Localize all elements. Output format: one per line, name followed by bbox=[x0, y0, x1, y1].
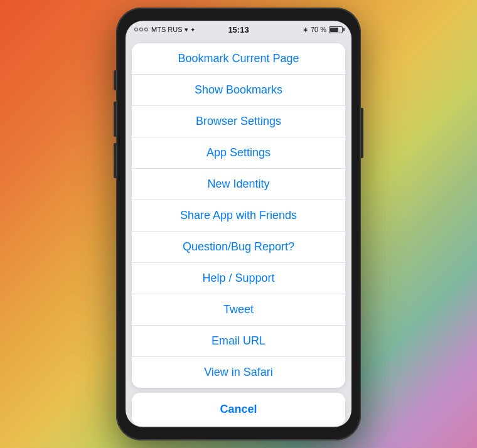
signal-dot-2 bbox=[139, 28, 143, 31]
menu-item-new-identity[interactable]: New Identity bbox=[132, 169, 345, 200]
signal-dot-3 bbox=[144, 28, 148, 31]
phone-frame: MTS RUS ▾ ✦ 15:13 ∗ 70 % Bookmark Curren… bbox=[116, 8, 361, 440]
battery-icon bbox=[329, 26, 343, 33]
menu-item-question-bug[interactable]: Question/Bug Report? bbox=[132, 232, 345, 263]
status-left: MTS RUS ▾ ✦ bbox=[134, 26, 195, 34]
menu-item-tweet[interactable]: Tweet bbox=[132, 294, 345, 326]
menu-item-email-url[interactable]: Email URL bbox=[132, 326, 345, 357]
menu-item-app-settings[interactable]: App Settings bbox=[132, 137, 345, 169]
wifi-icon: ▾ bbox=[185, 26, 188, 34]
gps-icon: ✦ bbox=[190, 26, 195, 33]
phone-screen: MTS RUS ▾ ✦ 15:13 ∗ 70 % Bookmark Curren… bbox=[126, 21, 351, 427]
menu-item-help-support[interactable]: Help / Support bbox=[132, 263, 345, 294]
mute-button bbox=[114, 70, 116, 90]
menu-item-share-app[interactable]: Share App with Friends bbox=[132, 200, 345, 232]
menu-item-show-bookmarks[interactable]: Show Bookmarks bbox=[132, 75, 345, 106]
menu-item-browser-settings[interactable]: Browser Settings bbox=[132, 106, 345, 137]
signal-dot-1 bbox=[134, 28, 138, 31]
status-bar: MTS RUS ▾ ✦ 15:13 ∗ 70 % bbox=[126, 21, 351, 38]
volume-down-button bbox=[114, 143, 116, 178]
battery-fill bbox=[330, 28, 338, 32]
power-button bbox=[361, 108, 363, 158]
status-right: ∗ 70 % bbox=[303, 26, 343, 34]
cancel-sheet: Cancel bbox=[132, 393, 345, 426]
battery-percent: 70 % bbox=[311, 26, 326, 33]
main-menu-sheet: Bookmark Current Page Show Bookmarks Bro… bbox=[132, 43, 345, 388]
volume-up-button bbox=[114, 102, 116, 137]
carrier-name: MTS RUS bbox=[151, 26, 183, 33]
status-time: 15:13 bbox=[228, 25, 249, 35]
cancel-button[interactable]: Cancel bbox=[132, 393, 345, 426]
battery-icon-container bbox=[329, 26, 343, 33]
menu-item-view-safari[interactable]: View in Safari bbox=[132, 357, 345, 388]
bluetooth-icon: ∗ bbox=[303, 26, 308, 34]
menu-container: Bookmark Current Page Show Bookmarks Bro… bbox=[126, 38, 351, 427]
signal-dots bbox=[134, 28, 148, 31]
menu-item-bookmark-current[interactable]: Bookmark Current Page bbox=[132, 43, 345, 75]
